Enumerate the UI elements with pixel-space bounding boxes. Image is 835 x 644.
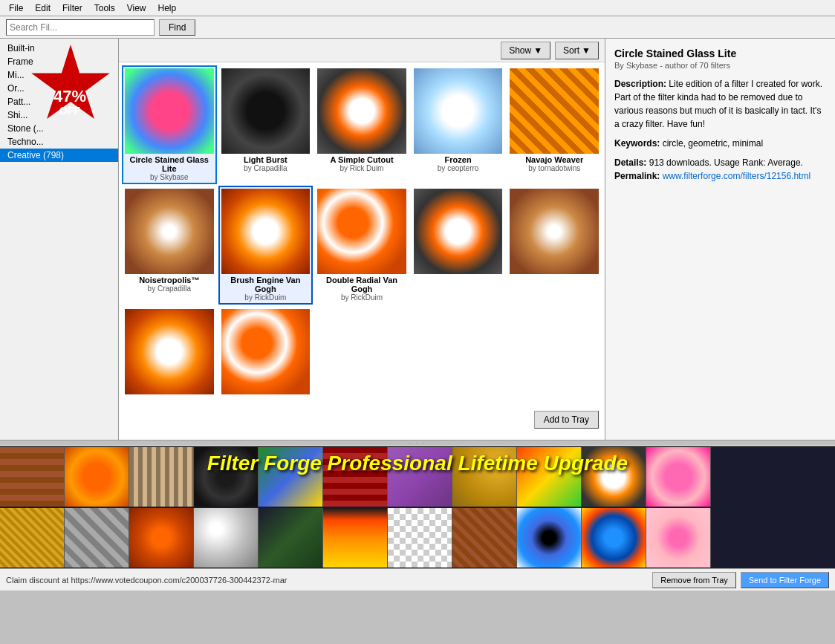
filter-item-frozen[interactable]: Frozen by ceopterro bbox=[411, 65, 506, 184]
menu-help[interactable]: Help bbox=[152, 1, 183, 15]
tray-cell-19[interactable] bbox=[452, 508, 517, 567]
details-label: Details: bbox=[614, 157, 646, 168]
badge-percent: 47% bbox=[53, 88, 86, 105]
filter-item-light-burst[interactable]: Light Burst by Crapadilla bbox=[218, 65, 313, 184]
tray-cell-15[interactable] bbox=[194, 508, 259, 567]
description-label: Description: bbox=[614, 79, 666, 89]
show-button[interactable]: Show ▼ bbox=[501, 42, 550, 59]
sort-label: Sort bbox=[563, 45, 579, 56]
tray-cell-5[interactable] bbox=[259, 447, 323, 507]
tray-cell-20[interactable] bbox=[517, 508, 582, 567]
button-group: Remove from Tray Send to Filter Forge bbox=[652, 572, 829, 588]
filter-name-cutout: A Simple Cutout bbox=[317, 155, 406, 164]
tray-cell-4[interactable] bbox=[194, 447, 259, 507]
tray-cell-14[interactable] bbox=[129, 508, 194, 567]
keywords-label: Keywords: bbox=[614, 138, 660, 149]
bottom-bar: Claim discount at https://www.votedcoupo… bbox=[0, 568, 835, 591]
filter-item-row3-2[interactable] bbox=[507, 186, 602, 305]
filter-item-cutout[interactable]: A Simple Cutout by Rick Duim bbox=[314, 65, 409, 184]
filter-author-brush-van-gogh: by RickDuim bbox=[221, 293, 311, 302]
panel-separator[interactable]: · · · bbox=[0, 440, 835, 446]
filter-name-double-radial: Double Radial Van Gogh bbox=[317, 276, 406, 293]
badge-inner: 47% OFF bbox=[53, 88, 86, 117]
show-label: Show bbox=[509, 45, 531, 56]
filter-author-double-radial: by RickDuim bbox=[317, 293, 406, 302]
filter-author-frozen: by ceopterro bbox=[414, 164, 503, 172]
filter-item-stained[interactable]: Circle Stained Glass Lite by Skybase bbox=[122, 65, 217, 184]
filter-thumb-noisetropolis bbox=[125, 189, 214, 274]
tray-cell-12[interactable] bbox=[0, 508, 65, 567]
sort-chevron-icon: ▼ bbox=[582, 45, 591, 56]
filter-item-row3-1[interactable] bbox=[411, 186, 506, 305]
find-button[interactable]: Find bbox=[159, 19, 195, 36]
filter-item-row3-3[interactable] bbox=[122, 306, 217, 399]
tray-row-2 bbox=[0, 508, 835, 569]
tray-cell-18[interactable] bbox=[388, 508, 452, 567]
tray-cell-9[interactable] bbox=[517, 447, 582, 507]
remove-from-tray-button[interactable]: Remove from Tray bbox=[652, 572, 735, 588]
sidebar-item-creative[interactable]: Creative (798) bbox=[0, 149, 118, 162]
menu-filter[interactable]: Filter bbox=[56, 1, 88, 15]
tray-cell-17[interactable] bbox=[323, 508, 388, 567]
tray-cell-21[interactable] bbox=[582, 508, 646, 567]
filter-author-noisetropolis: by Crapadilla bbox=[125, 284, 214, 293]
filter-thumb-row3-4 bbox=[221, 309, 311, 394]
filter-details: Details: 913 downloads. Usage Rank: Aver… bbox=[614, 156, 826, 183]
right-panel: Circle Stained Glass Lite By Skybase - a… bbox=[605, 39, 835, 440]
tray-cell-3[interactable] bbox=[129, 447, 194, 507]
tray-cell-11[interactable] bbox=[646, 447, 711, 507]
badge-off: OFF bbox=[53, 105, 86, 117]
filter-author-cutout: by Rick Duim bbox=[317, 164, 406, 172]
menubar: File Edit Filter Tools View Help bbox=[0, 0, 835, 16]
tray-cell-13[interactable] bbox=[65, 508, 129, 567]
permalink-link[interactable]: www.filterforge.com/filters/12156.html bbox=[663, 171, 810, 181]
filter-thumb-row3-2 bbox=[510, 189, 599, 274]
filter-item-double-radial[interactable]: Double Radial Van Gogh by RickDuim bbox=[314, 186, 409, 305]
tray-cell-8[interactable] bbox=[452, 447, 517, 507]
send-to-filter-forge-button[interactable]: Send to Filter Forge bbox=[741, 572, 829, 588]
tray-cell-16[interactable] bbox=[259, 508, 323, 567]
add-to-tray-button[interactable]: Add to Tray bbox=[534, 411, 599, 429]
content-area: Show ▼ Sort ▼ Circle Stained Glass Lite … bbox=[119, 39, 605, 440]
filter-item-noisetropolis[interactable]: Noisetropolis™ by Crapadilla bbox=[122, 186, 217, 305]
tray-cell-2[interactable] bbox=[65, 447, 129, 507]
tray-cell-10[interactable] bbox=[582, 447, 646, 507]
filter-title: Circle Stained Glass Lite bbox=[614, 48, 826, 59]
tray-cell-1[interactable] bbox=[0, 447, 65, 507]
permalink-label: Permalink: bbox=[614, 171, 660, 181]
filter-author-stained: by Skybase bbox=[125, 173, 214, 181]
show-chevron-icon: ▼ bbox=[533, 45, 542, 56]
menu-file[interactable]: File bbox=[3, 1, 29, 15]
menu-edit[interactable]: Edit bbox=[29, 1, 56, 15]
details-text: 913 downloads. Usage Rank: Average. bbox=[649, 157, 803, 168]
menu-tools[interactable]: Tools bbox=[88, 1, 121, 15]
sort-button[interactable]: Sort ▼ bbox=[555, 42, 599, 59]
filter-name-navajo: Navajo Weaver bbox=[510, 155, 599, 164]
filter-description: Description: Lite edition of a filter I … bbox=[614, 77, 826, 131]
tray-cell-7[interactable] bbox=[388, 447, 452, 507]
tray-cell-22[interactable] bbox=[646, 508, 711, 567]
tray-row-1 bbox=[0, 447, 835, 508]
filter-grid-container[interactable]: Circle Stained Glass Lite by Skybase Lig… bbox=[119, 62, 605, 440]
menu-view[interactable]: View bbox=[121, 1, 152, 15]
filter-grid: Circle Stained Glass Lite by Skybase Lig… bbox=[122, 65, 602, 399]
coupon-text: Claim discount at https://www.votedcoupo… bbox=[6, 576, 287, 585]
filter-item-brush-van-gogh[interactable]: Brush Engine Van Gogh by RickDuim bbox=[218, 186, 313, 305]
tray-cell-6[interactable] bbox=[323, 447, 388, 507]
filter-thumb-navajo bbox=[510, 68, 599, 154]
filter-name-stained: Circle Stained Glass Lite bbox=[125, 155, 214, 173]
filter-keywords: Keywords: circle, geometric, minimal bbox=[614, 137, 826, 150]
filter-thumb-stained bbox=[125, 68, 214, 154]
filter-item-navajo[interactable]: Navajo Weaver by tornadotwins bbox=[507, 65, 602, 184]
filter-thumb-brush-van-gogh bbox=[221, 189, 311, 274]
discount-badge: 47% OFF bbox=[30, 45, 111, 126]
sidebar-item-techno[interactable]: Techno... bbox=[0, 135, 118, 149]
filter-item-row3-4[interactable] bbox=[218, 306, 313, 399]
keywords-text: circle, geometric, minimal bbox=[663, 138, 763, 149]
search-bar: Find bbox=[0, 16, 835, 39]
filter-author-light-burst: by Crapadilla bbox=[221, 164, 311, 172]
filter-author-navajo: by tornadotwins bbox=[510, 164, 599, 172]
filter-thumb-row3-1 bbox=[414, 189, 503, 274]
search-input[interactable] bbox=[6, 19, 155, 36]
filter-name-brush-van-gogh: Brush Engine Van Gogh bbox=[221, 276, 311, 293]
